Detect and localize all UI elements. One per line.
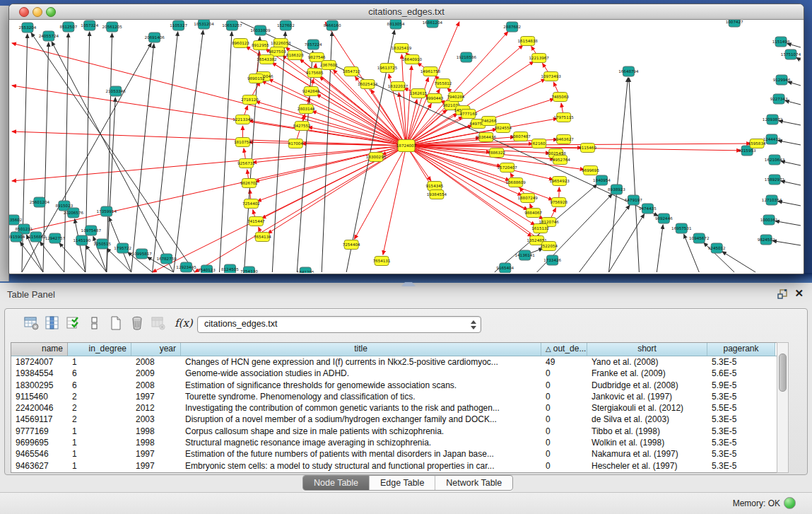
graph-node-label: 8512507 [59, 25, 77, 29]
graph-edge[interactable] [722, 252, 755, 272]
table-cell: 5.3E-5 [707, 391, 775, 402]
function-builder-button[interactable]: f(x) [175, 315, 196, 331]
row-height-button[interactable] [87, 315, 102, 331]
select-columns-button[interactable] [66, 315, 81, 331]
graph-edge[interactable] [778, 141, 801, 145]
column-header-out-degree[interactable]: △out_de... [541, 343, 587, 356]
graph-edge[interactable] [787, 43, 801, 47]
graph-edge[interactable] [629, 78, 639, 272]
graph-edge[interactable] [781, 181, 801, 185]
close-panel-icon[interactable]: ✕ [794, 287, 804, 300]
tab-network-table[interactable]: Network Table [435, 476, 512, 490]
column-header-in-degree[interactable]: in_degree [68, 343, 131, 356]
network-canvas[interactable]: 1872400725532042405572485125071057324205… [9, 20, 802, 273]
table-mode-button[interactable] [23, 315, 39, 331]
tab-edge-table[interactable]: Edge Table [369, 476, 435, 490]
new-column-button[interactable] [108, 315, 124, 331]
tab-node-table[interactable]: Node Table [303, 476, 369, 490]
column-header-name[interactable]: name [11, 343, 68, 356]
graph-edge[interactable] [383, 146, 406, 255]
graph-node-label: 12923445 [176, 265, 196, 269]
table-row[interactable]: 1872400712008Changes of HCN gene express… [11, 356, 777, 368]
table-row[interactable]: 946362711997Embryonic stem cells: a mode… [11, 460, 777, 472]
graph-node-label: 1733426 [543, 258, 561, 262]
table-cell: 0 [541, 402, 587, 414]
table-cell: 0 [541, 414, 587, 425]
graph-edge[interactable] [772, 240, 801, 245]
graph-edge[interactable] [788, 82, 801, 86]
table-cell: 1998 [131, 437, 181, 448]
graph-node-label: 24055724 [39, 34, 59, 38]
graph-edge[interactable] [401, 54, 406, 146]
graph-node-label: 16543382 [257, 57, 276, 62]
column-header-pagerank[interactable]: pagerank [707, 343, 775, 356]
graph-node-label: 18325419 [392, 46, 412, 50]
graph-node-label: 12093872 [763, 117, 782, 122]
graph-node-label: 417004 [288, 141, 304, 146]
table-select-dropdown[interactable]: citations_edges.txt [197, 316, 481, 333]
graph-edge[interactable] [86, 245, 106, 272]
graph-edge[interactable] [297, 51, 312, 272]
table-cell: 2003 [131, 414, 181, 425]
column-header-year[interactable]: year [131, 343, 181, 356]
network-view-window[interactable]: citations_edges.txt 18724007255320424055… [8, 4, 804, 274]
memory-status-icon[interactable] [784, 497, 796, 509]
column-header-title[interactable]: title [181, 343, 541, 356]
graph-node-label: 19613725 [377, 66, 398, 70]
graph-edge[interactable] [174, 30, 204, 272]
graph-node-label: 9699695 [582, 168, 599, 173]
graph-edge[interactable] [59, 243, 86, 272]
graph-node-label: 9245012 [708, 246, 726, 250]
graph-edge[interactable] [657, 225, 663, 272]
table-row[interactable]: 977716911998Corpus callosum shape and si… [11, 426, 777, 437]
table-row[interactable]: 911546021997Tourette syndrome. Phenomeno… [11, 391, 777, 402]
window-titlebar[interactable]: citations_edges.txt [9, 4, 804, 20]
graph-node-label: 1527602 [277, 23, 295, 28]
show-column-button[interactable] [45, 315, 60, 331]
table-row[interactable]: 1830029562008Estimation of significance … [11, 380, 777, 391]
graph-edge[interactable] [219, 32, 232, 272]
graph-edge[interactable] [153, 32, 178, 272]
graph-node-label: 8912955 [252, 43, 269, 47]
table-cell: 1 [68, 356, 131, 368]
table-row[interactable]: 1456911722003Disruption of a novel membe… [11, 414, 777, 425]
graph-edge[interactable] [12, 146, 406, 234]
graph-edge[interactable] [796, 57, 801, 60]
graph-edge[interactable] [153, 146, 406, 272]
table-cell: 5.3E-5 [707, 460, 775, 472]
float-panel-icon[interactable] [777, 288, 788, 300]
graph-edge[interactable] [131, 44, 154, 272]
graph-edge[interactable] [317, 94, 406, 146]
delete-table-button[interactable] [151, 315, 166, 331]
graph-node-label: 2803144 [298, 107, 315, 111]
graph-edge[interactable] [775, 221, 801, 226]
graph-edge[interactable] [785, 100, 801, 105]
column-header-short[interactable]: short [587, 343, 707, 356]
graph-edge[interactable] [608, 78, 628, 272]
table-row[interactable]: 946554611997Estimation of the future num… [11, 448, 777, 460]
graph-edge[interactable] [195, 146, 406, 272]
graph-node-label: 18226058 [271, 41, 291, 45]
graph-node-label: 16640910 [402, 57, 423, 62]
graph-edge[interactable] [107, 33, 112, 272]
table-row[interactable]: 1938455462009Genome-wide association stu… [11, 368, 777, 379]
graph-node-label: 1105327 [170, 23, 187, 28]
graph-node-label: 17359914 [97, 209, 117, 214]
graph-node-label: 7654134 [254, 235, 271, 239]
table-cell: 2 [68, 402, 131, 414]
network-graph[interactable]: 1872400725532042405572485125071057324205… [9, 20, 802, 273]
graph-edge[interactable] [781, 161, 801, 165]
table-scrollbar[interactable] [777, 342, 789, 473]
graph-node-label: 19654923 [549, 179, 570, 183]
table-header-row: name in_degree year title △out_de... sho… [11, 343, 777, 356]
table-row[interactable]: 2242004622012Investigating the contribut… [11, 402, 777, 414]
graph-edge[interactable] [579, 205, 630, 272]
table-row[interactable]: 969969511998Structural magnetic resonanc… [11, 437, 777, 448]
table-cell: 1 [68, 426, 131, 437]
graph-edge[interactable] [272, 32, 285, 272]
graph-node-label: 20206576 [64, 211, 84, 215]
node-table[interactable]: name in_degree year title △out_de... sho… [11, 342, 777, 473]
delete-column-button[interactable] [129, 315, 145, 331]
graph-edge[interactable] [12, 132, 406, 146]
scrollbar-thumb[interactable] [779, 354, 787, 392]
